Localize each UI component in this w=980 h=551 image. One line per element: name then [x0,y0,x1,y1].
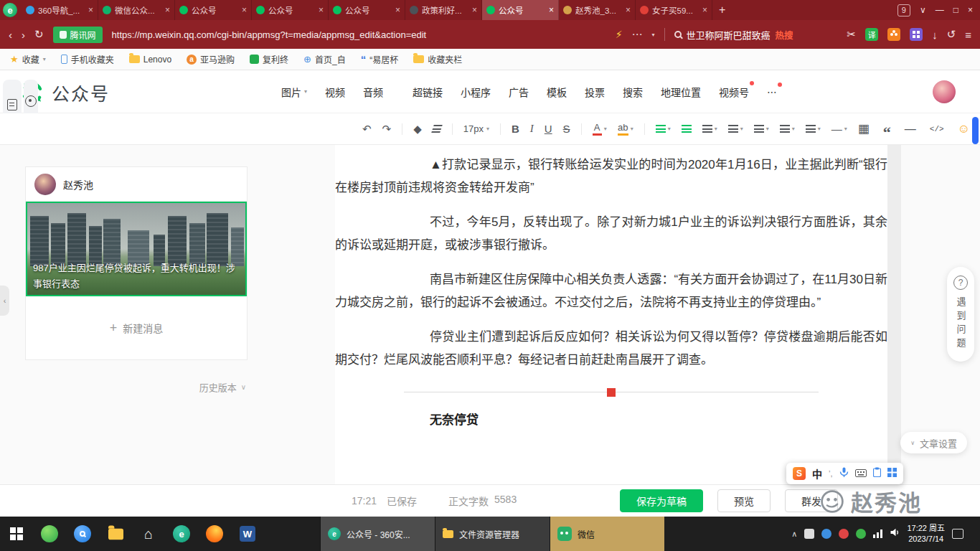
search-hotword[interactable]: 世卫称阿斯巴甜致癌 [687,28,771,42]
format-painter-icon[interactable]: ◆ [413,123,422,136]
justify-button[interactable]: ▾ [656,125,671,133]
horizontal-rule-icon[interactable]: — [905,123,916,136]
list-button[interactable]: ▾ [806,125,821,133]
address-bar[interactable]: https://mp.weixin.qq.com/cgi-bin/appmsg?… [112,29,606,40]
bookmark-homepage[interactable]: ⊕首页_自 [303,53,346,65]
menu-item-vote[interactable]: 投票 [585,85,605,99]
close-icon[interactable]: × [968,5,973,15]
tray-icon-security[interactable] [821,529,831,539]
hot-search-tag[interactable]: 热搜 [776,28,793,42]
refresh-button[interactable]: ↻ [34,28,44,41]
menu-item-audio[interactable]: 音频 [363,85,383,99]
blockquote-icon[interactable]: “ [883,123,891,135]
table-icon[interactable]: ▦ [858,121,870,136]
downloads-icon[interactable]: ↓ [932,29,938,41]
taskbar-icon-browser[interactable]: e [165,517,198,551]
tab-count-badge[interactable]: 9 [897,4,910,17]
new-tab-button[interactable]: + [712,4,732,17]
article-settings-button[interactable]: ∨ 文章设置 [900,432,967,453]
line-height-button[interactable]: ▾ [728,125,743,133]
browser-tab-active[interactable]: 公众号× [482,0,559,20]
page-scrollbar-thumb[interactable] [972,117,979,144]
browser-tab[interactable]: 公众号× [252,0,329,20]
menu-item-channels[interactable]: 视频号 [719,85,749,99]
bookmark-mobile-folder[interactable]: 手机收藏夹 [61,53,114,65]
extensions-more-icon[interactable]: ⋯ [632,28,643,41]
paragraph-spacing-button[interactable]: ▾ [754,125,769,133]
apps-grid-icon[interactable] [910,28,923,41]
history-versions-link[interactable]: 历史版本 ∨ [25,380,248,394]
tab-close-icon[interactable]: × [395,5,400,15]
letter-spacing-button[interactable]: ▾ [780,125,795,133]
strikethrough-button[interactable]: S [563,123,570,135]
taskbar-task-browser-window[interactable]: e公众号 - 360安... [320,517,435,551]
browser-tab[interactable]: 360导航_...× [22,0,98,20]
emoji-icon[interactable]: ☺ [958,122,970,136]
article-divider[interactable] [404,392,819,392]
browser-tab[interactable]: 微信公众...× [98,0,175,20]
menu-item-video[interactable]: 视频 [325,85,345,99]
new-message-button[interactable]: + 新建消息 [26,296,247,359]
clipboard-icon[interactable] [873,467,881,480]
toolbox-grid-icon[interactable] [887,467,897,480]
tab-close-icon[interactable]: × [88,5,93,15]
tab-close-icon[interactable]: × [702,5,707,15]
game-center-icon[interactable] [887,28,900,41]
bookmark-toolbar-folder[interactable]: 收藏夹栏 [413,53,462,65]
taskbar-icon-firefox[interactable] [198,517,231,551]
volume-icon[interactable] [890,527,900,540]
font-size-select[interactable]: 17px▾ [463,123,489,134]
network-icon[interactable] [873,529,882,538]
dash-style-button[interactable]: —▾ [831,123,847,135]
clear-format-icon[interactable] [433,125,441,133]
bookmark-yiju[interactable]: ““易居杯 [361,53,399,65]
browser-tab[interactable]: 政策利好...× [405,0,482,20]
sidebar-collapse-handle[interactable]: ‹ [0,286,9,316]
tray-expand-icon[interactable]: ∧ [791,529,797,539]
preview-button[interactable]: 预览 [717,489,771,512]
taskbar-icon-search[interactable] [66,517,99,551]
ime-language-toggle[interactable]: 中 [812,466,822,481]
back-button[interactable]: ‹ [9,29,12,41]
tab-close-icon[interactable]: × [626,5,631,15]
browser-search-box[interactable]: 世卫称阿斯巴甜致癌 热搜 [674,28,838,42]
account-avatar[interactable] [933,80,956,103]
tab-close-icon[interactable]: × [549,5,554,15]
browser-logo-icon[interactable]: e [3,3,17,17]
menu-item-hyperlink[interactable]: 超链接 [413,85,443,99]
tab-list-icon[interactable]: ∨ [920,5,926,15]
address-dropdown-icon[interactable]: ▾ [652,32,655,38]
tray-icon-ime[interactable] [804,529,814,539]
browser-tab[interactable]: 赵秀池_3...× [559,0,636,20]
save-draft-button[interactable]: 保存为草稿 [620,489,703,512]
menu-item-image[interactable]: 图片▾ [281,85,307,99]
session-restore-icon[interactable]: ↺ [947,28,956,41]
screenshot-scissors-icon[interactable]: ✂ [847,28,857,41]
divider-drag-handle[interactable] [607,388,616,397]
taskbar-task-wechat[interactable]: 微信 [550,517,664,551]
notification-center-icon[interactable] [952,529,963,539]
minimize-icon[interactable]: — [936,5,944,15]
underline-button[interactable]: U [545,123,552,135]
menu-item-location[interactable]: 地理位置 [661,85,701,99]
tab-close-icon[interactable]: × [472,5,477,15]
menu-item-search[interactable]: 搜索 [623,85,643,99]
indent-button[interactable] [682,125,692,133]
bookmark-favorites[interactable]: ★收藏▾ [10,53,46,65]
bookmark-lenovo[interactable]: Lenovo [129,55,171,65]
bookmark-amazon[interactable]: a亚马逊购 [187,53,235,65]
speed-mode-icon[interactable]: ⚡ [616,29,623,40]
italic-button[interactable]: I [530,123,534,135]
account-row[interactable]: 赵秀池 [26,167,247,202]
forward-button[interactable]: › [22,29,25,41]
editor-scrollbar-track[interactable] [887,145,901,484]
browser-tab[interactable]: 公众号× [329,0,405,20]
redo-icon[interactable]: ↷ [382,123,392,136]
maximize-icon[interactable]: □ [953,5,958,15]
taskbar-icon-360safe[interactable] [33,517,66,551]
font-color-button[interactable]: A▾ [593,123,607,136]
sogou-logo-icon[interactable]: S [793,467,806,480]
microphone-icon[interactable] [839,467,849,481]
menu-item-more[interactable]: ⋯ [767,86,777,98]
browser-tab[interactable]: 女子买59...× [636,0,712,20]
